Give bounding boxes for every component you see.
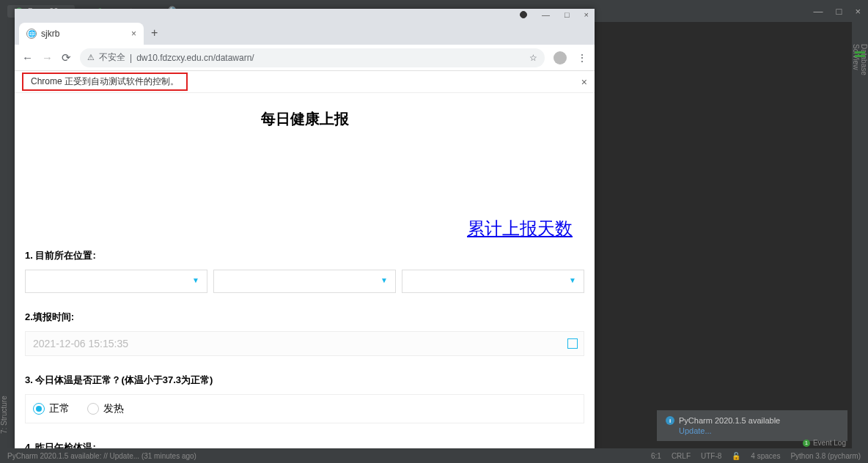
security-label: 不安全: [99, 51, 125, 64]
encoding[interactable]: UTF-8: [701, 452, 721, 460]
star-icon[interactable]: ☆: [529, 53, 537, 63]
browser-titlebar: — □ ×: [15, 9, 595, 21]
ide-right-sidebar[interactable]: SciView Database: [852, 22, 868, 448]
close-tab-icon[interactable]: ×: [131, 29, 136, 39]
automation-infobar: Chrome 正受到自动测试软件的控制。 ×: [15, 71, 595, 93]
temperature-radio-group: 正常 发热: [25, 394, 584, 423]
page-title: 每日健康上报: [15, 109, 595, 129]
record-icon[interactable]: [520, 11, 527, 18]
tab-title: sjkrb: [41, 29, 59, 39]
notif-count-icon: 1: [803, 440, 810, 447]
forward-button: →: [42, 51, 53, 64]
line-sep[interactable]: CRLF: [672, 452, 691, 460]
minimize-icon[interactable]: —: [814, 6, 823, 17]
lock-icon[interactable]: 🔓: [732, 452, 740, 460]
new-tab-button[interactable]: +: [144, 26, 165, 40]
radio-label: 发热: [103, 402, 124, 415]
calendar-icon[interactable]: [567, 338, 578, 349]
datetime-input[interactable]: 2021-12-06 15:15:35: [25, 331, 584, 356]
close-infobar-icon[interactable]: ×: [581, 76, 587, 88]
url-text: dw10.fdzcxy.edu.cn/datawarn/: [136, 53, 254, 63]
indent[interactable]: 4 spaces: [751, 452, 780, 460]
update-notification[interactable]: i PyCharm 2020.1.5 available Update...: [657, 410, 847, 441]
structure-tab[interactable]: 7: Structure: [0, 44, 8, 434]
reload-button[interactable]: ⟳: [62, 51, 71, 64]
close-icon[interactable]: ×: [855, 6, 861, 17]
back-button[interactable]: ←: [22, 51, 33, 64]
notif-title: PyCharm 2020.1.5 available: [679, 416, 780, 425]
info-icon: i: [666, 416, 674, 425]
page-content: 每日健康上报 累计上报天数 1. 目前所在位置: 2.填报时间: 2021-12…: [15, 93, 595, 451]
url-input[interactable]: ⚠ 不安全 | dw10.fdzcxy.edu.cn/datawarn/ ☆: [80, 48, 545, 67]
q3-label: 3. 今日体温是否正常？(体温小于37.3为正常): [25, 374, 584, 387]
interpreter[interactable]: Python 3.8 (pycharm): [790, 452, 861, 460]
database-tab[interactable]: Database: [860, 44, 868, 434]
address-bar: ← → ⟳ ⚠ 不安全 | dw10.fdzcxy.edu.cn/datawar…: [15, 45, 595, 71]
event-log-button[interactable]: 1 Event Log: [803, 439, 846, 447]
stats-link[interactable]: 累计上报天数: [15, 217, 595, 240]
minimize-icon[interactable]: —: [542, 10, 550, 19]
chrome-window: — □ × 🌐 sjkrb × + ← → ⟳ ⚠ 不安全 | dw10.fdz…: [15, 9, 595, 451]
location-select-3[interactable]: [402, 270, 584, 293]
inspection-marks: [855, 51, 865, 57]
close-icon[interactable]: ×: [584, 10, 589, 19]
maximize-icon[interactable]: □: [564, 10, 570, 19]
infobar-message: Chrome 正受到自动测试软件的控制。: [22, 73, 188, 91]
ide-left-sidebar[interactable]: 7: Structure: [0, 22, 16, 448]
maximize-icon[interactable]: □: [836, 6, 842, 17]
q1-label: 1. 目前所在位置:: [25, 249, 584, 262]
browser-tab[interactable]: 🌐 sjkrb ×: [19, 23, 144, 45]
datetime-value: 2021-12-06 15:15:35: [33, 338, 128, 349]
tab-strip: 🌐 sjkrb × +: [15, 21, 595, 45]
update-link[interactable]: Update...: [666, 426, 839, 435]
ide-window-controls: — □ ×: [814, 6, 861, 17]
location-select-2[interactable]: [213, 270, 396, 293]
divider: |: [130, 53, 132, 63]
radio-fever[interactable]: 发热: [87, 402, 124, 415]
sciview-tab[interactable]: SciView: [852, 44, 860, 434]
ide-status-bar: PyCharm 2020.1.5 available: // Update...…: [0, 448, 868, 463]
menu-icon[interactable]: ⋮: [577, 52, 587, 64]
radio-label: 正常: [49, 402, 70, 415]
radio-normal[interactable]: 正常: [33, 402, 70, 415]
status-update-msg[interactable]: PyCharm 2020.1.5 available: // Update...…: [7, 452, 196, 460]
radio-unchecked-icon: [87, 403, 99, 415]
location-select-1[interactable]: [25, 270, 207, 293]
globe-icon: 🌐: [26, 29, 37, 39]
cursor-pos: 6:1: [651, 452, 661, 460]
profile-icon[interactable]: [553, 51, 567, 64]
q2-label: 2.填报时间:: [25, 311, 584, 324]
radio-checked-icon: [33, 403, 45, 415]
warning-icon: ⚠: [87, 53, 95, 62]
event-log-label: Event Log: [813, 439, 846, 447]
